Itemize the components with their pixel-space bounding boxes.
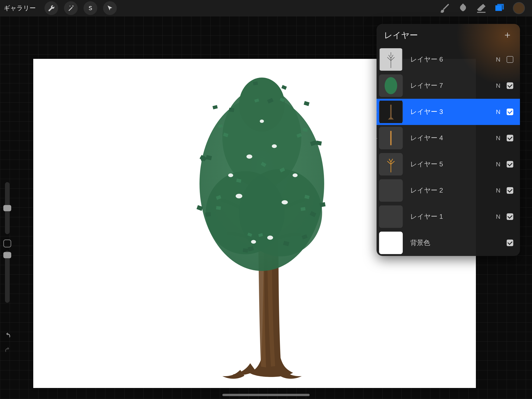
- opacity-slider[interactable]: [5, 251, 10, 303]
- layer-thumbnail[interactable]: [379, 206, 403, 228]
- layer-row[interactable]: レイヤー 1N: [377, 204, 520, 230]
- svg-rect-8: [229, 108, 234, 112]
- actions-button[interactable]: [44, 1, 58, 15]
- eraser-tool-button[interactable]: [472, 0, 490, 16]
- layer-row[interactable]: 背景色: [377, 230, 520, 256]
- svg-rect-10: [281, 85, 287, 90]
- modify-button[interactable]: [3, 239, 11, 247]
- plus-icon: [504, 31, 511, 39]
- layer-name-label: 背景色: [410, 238, 493, 247]
- svg-rect-9: [213, 105, 218, 109]
- layers-panel-header: レイヤー: [377, 24, 520, 46]
- layer-blend-mode[interactable]: N: [493, 161, 503, 168]
- layers-icon: [494, 2, 505, 14]
- transform-button[interactable]: [103, 1, 117, 15]
- svg-rect-31: [300, 207, 305, 211]
- home-indicator: [222, 394, 310, 396]
- brush-size-slider[interactable]: [5, 182, 10, 234]
- layer-thumbnail[interactable]: [379, 179, 403, 202]
- layers-panel: レイヤー レイヤー 6Nレイヤー 7N⌐レイヤー 3N⌐レイヤー 4Nレイヤー …: [377, 24, 520, 256]
- selection-button[interactable]: [83, 1, 97, 15]
- wand-icon: [67, 5, 74, 12]
- layer-blend-mode[interactable]: N: [493, 108, 503, 116]
- layer-row[interactable]: レイヤー 5N: [377, 151, 520, 177]
- layer-visibility-checkbox[interactable]: [507, 56, 513, 63]
- svg-point-47: [251, 240, 256, 244]
- layer-thumbnail[interactable]: [379, 74, 403, 97]
- eraser-icon: [476, 2, 487, 14]
- adjustments-button[interactable]: [64, 1, 78, 15]
- layer-visibility-checkbox[interactable]: [507, 135, 513, 142]
- top-toolbar: ギャラリー: [0, 0, 532, 16]
- layers-panel-title: レイヤー: [384, 30, 418, 41]
- smudge-tool-button[interactable]: [454, 0, 472, 16]
- layer-row[interactable]: ⌐レイヤー 3N: [377, 99, 520, 125]
- svg-point-3: [239, 169, 322, 256]
- color-swatch-button[interactable]: [513, 2, 525, 14]
- add-layer-button[interactable]: [502, 30, 513, 40]
- layer-blend-mode[interactable]: N: [493, 135, 503, 142]
- layer-visibility-checkbox[interactable]: [507, 82, 513, 89]
- undo-icon: [4, 332, 11, 339]
- layer-name-label: レイヤー 5: [410, 160, 493, 169]
- svg-point-39: [247, 154, 252, 159]
- clipping-indicator-icon: ⌐: [377, 136, 380, 140]
- layer-thumbnail[interactable]: [379, 232, 403, 254]
- layers-tool-button[interactable]: [490, 0, 509, 16]
- svg-point-4: [239, 77, 285, 132]
- undo-button[interactable]: [4, 332, 11, 340]
- svg-rect-56: [380, 206, 402, 228]
- layer-blend-mode[interactable]: N: [493, 187, 503, 194]
- layer-thumbnail[interactable]: [379, 153, 403, 175]
- layer-blend-mode[interactable]: N: [493, 213, 503, 220]
- svg-rect-11: [253, 82, 258, 85]
- layer-thumbnail[interactable]: [379, 101, 403, 123]
- svg-point-41: [236, 194, 242, 198]
- layer-blend-mode[interactable]: N: [493, 82, 503, 89]
- svg-point-46: [267, 236, 273, 240]
- svg-rect-12: [304, 101, 310, 106]
- svg-point-44: [293, 174, 298, 177]
- redo-button[interactable]: [4, 346, 11, 354]
- layer-row[interactable]: ⌐レイヤー 4N: [377, 125, 520, 151]
- svg-point-43: [260, 120, 264, 123]
- layer-visibility-checkbox[interactable]: [507, 187, 513, 194]
- svg-rect-57: [380, 232, 402, 254]
- smudge-icon: [457, 2, 469, 14]
- brush-tool-button[interactable]: [436, 0, 454, 16]
- layer-thumbnail[interactable]: [379, 48, 403, 71]
- side-controls: [2, 182, 12, 367]
- selection-s-icon: [87, 5, 94, 12]
- brush-size-handle[interactable]: [3, 205, 11, 211]
- layer-name-label: レイヤー 4: [410, 134, 493, 143]
- layer-name-label: レイヤー 7: [410, 81, 493, 90]
- svg-point-50: [385, 77, 397, 94]
- svg-point-45: [228, 174, 233, 177]
- brush-icon: [439, 2, 450, 14]
- wrench-icon: [48, 5, 55, 12]
- svg-rect-34: [216, 206, 221, 210]
- layer-visibility-checkbox[interactable]: [507, 213, 513, 220]
- arrow-cursor-icon: [106, 5, 114, 12]
- clipping-indicator-icon: ⌐: [377, 109, 380, 114]
- svg-rect-53: [390, 131, 392, 145]
- layers-list: レイヤー 6Nレイヤー 7N⌐レイヤー 3N⌐レイヤー 4Nレイヤー 5Nレイヤ…: [377, 46, 520, 256]
- layer-name-label: レイヤー 3: [410, 107, 493, 116]
- redo-icon: [4, 346, 11, 354]
- svg-point-42: [282, 200, 288, 204]
- layer-visibility-checkbox[interactable]: [507, 161, 513, 167]
- layer-blend-mode[interactable]: N: [493, 56, 503, 63]
- layer-thumbnail[interactable]: [379, 127, 403, 149]
- layer-name-label: レイヤー 2: [410, 186, 493, 195]
- layer-name-label: レイヤー 6: [410, 55, 493, 64]
- layer-row[interactable]: レイヤー 6N: [377, 46, 520, 73]
- layer-row[interactable]: レイヤー 2N: [377, 177, 520, 204]
- opacity-handle[interactable]: [3, 252, 11, 258]
- layer-name-label: レイヤー 1: [410, 212, 493, 221]
- layer-row[interactable]: レイヤー 7N: [377, 73, 520, 99]
- gallery-button[interactable]: ギャラリー: [4, 4, 36, 13]
- layer-visibility-checkbox[interactable]: [507, 109, 513, 115]
- layer-visibility-checkbox[interactable]: [507, 239, 513, 246]
- svg-rect-23: [205, 212, 211, 217]
- svg-rect-20: [243, 248, 248, 253]
